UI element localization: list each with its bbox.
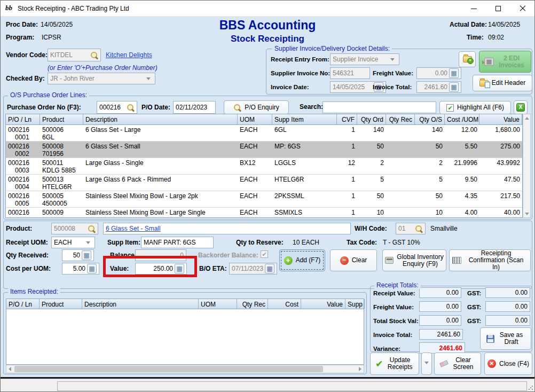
- attach-document-button[interactable]: [459, 51, 476, 67]
- qty-received-label: Qty Received:: [6, 252, 49, 259]
- freight-total-label: Freight Value:: [373, 303, 414, 311]
- po-line-row-selected[interactable]: 0002160002 500008701956 6 Glass Set - Sm…: [6, 142, 522, 158]
- close-button[interactable]: Close (F4): [484, 352, 532, 375]
- qty-received-field[interactable]: 50: [62, 249, 94, 261]
- po-line-row[interactable]: 0002160004 500013HTELG6R Large Glass 6 P…: [6, 175, 522, 191]
- export-excel-button[interactable]: [514, 100, 528, 114]
- po-line-row[interactable]: 0002160003 500011KDLG 5885 Large Glass -…: [6, 158, 522, 175]
- scroll-down-icon[interactable]: [523, 210, 530, 217]
- supplier-invoice-no-field: 546321: [330, 67, 370, 79]
- clear-button[interactable]: Clear: [330, 249, 377, 271]
- check-icon: [375, 359, 383, 369]
- invoice-total-sum-field: 2461.60: [419, 329, 463, 340]
- col-qty-rec[interactable]: Qty Rec: [237, 299, 268, 309]
- update-receipts-options-button[interactable]: [421, 352, 432, 375]
- po-line-row[interactable]: 000216 500009 Stainless Steel Mixing Bow…: [6, 208, 522, 218]
- product-name-link[interactable]: 6 Glass Set - Small: [106, 225, 161, 232]
- global-inventory-enquiry-button[interactable]: Global Inventory Enquiry (F9): [382, 249, 446, 271]
- search-icon: [88, 225, 96, 233]
- receipting-confirmation-button[interactable]: Receipting Confirmation (Scan In): [449, 249, 531, 271]
- program-label: Program:: [6, 34, 34, 41]
- cost-per-uom-field[interactable]: 5.00: [62, 263, 99, 275]
- col-po-ln[interactable]: P/O / Ln: [6, 114, 40, 124]
- edi-invoices-button[interactable]: 2 EDI Invoices: [479, 51, 531, 73]
- col-value[interactable]: Value: [301, 299, 345, 309]
- po-line-row[interactable]: 0002160005 5000054500005 Stainless Steel…: [6, 191, 522, 208]
- col-description[interactable]: Description: [83, 114, 238, 124]
- value-field[interactable]: 250.00: [135, 263, 187, 275]
- col-product[interactable]: Product: [40, 114, 83, 124]
- po-table-header: P/O / Ln Product Description UOM Supp It…: [5, 114, 523, 125]
- app-window: bb Stock Receipting - ABC Trading Pty Lt…: [0, 0, 535, 392]
- status-panel: [57, 381, 527, 391]
- search-input[interactable]: [322, 101, 436, 113]
- calculator-icon[interactable]: [175, 264, 184, 273]
- po-table-scrollbar[interactable]: [523, 114, 531, 218]
- po-table-body: 0002160001 5000066GL 6 Glass Set - Large…: [5, 125, 523, 218]
- receipt-value-label: Receipt Value:: [373, 289, 415, 297]
- po-date-field[interactable]: 02/11/2023: [173, 101, 216, 114]
- gst-label: GST:: [467, 289, 481, 297]
- actual-date-value: 14/05/2025: [488, 21, 520, 28]
- col-product[interactable]: Product: [40, 299, 82, 309]
- col-description[interactable]: Description: [82, 299, 199, 309]
- variance-field: 2461.60: [419, 342, 465, 354]
- edit-header-button[interactable]: Edit Header: [473, 75, 532, 91]
- save-as-draft-button[interactable]: Save as Draft: [480, 327, 531, 350]
- search-icon: [233, 104, 241, 112]
- col-qty-os[interactable]: Qty O/S: [415, 114, 445, 124]
- gst-label: GST:: [467, 303, 481, 311]
- col-supp-item[interactable]: Supp Item: [272, 114, 337, 124]
- scroll-left-icon[interactable]: [6, 365, 13, 373]
- resize-grip-icon[interactable]: [528, 385, 533, 390]
- window-title: Stock Receipting - ABC Trading Pty Ltd: [18, 5, 129, 12]
- col-supp-item[interactable]: Supp It: [345, 299, 365, 309]
- col-cost-uom[interactable]: Cost /UOM: [445, 114, 479, 124]
- highlight-all-button[interactable]: Highlight All (F6): [439, 101, 511, 114]
- update-receipts-button[interactable]: Update Receipts: [370, 352, 419, 375]
- col-cost[interactable]: Cost: [268, 299, 301, 309]
- po-enquiry-button[interactable]: P/O Enquiry: [224, 100, 289, 114]
- maximize-button[interactable]: [486, 1, 510, 17]
- col-cvf[interactable]: CVF: [337, 114, 357, 124]
- scrollbar-thumb[interactable]: [14, 366, 323, 372]
- search-icon[interactable]: [127, 104, 135, 112]
- edi-import-icon: [484, 58, 494, 66]
- bo-eta-label: B/O ETA:: [199, 265, 227, 272]
- total-stock-val-field: 0.00: [419, 315, 461, 326]
- items-receipted-title: Items Receipted:: [8, 288, 60, 295]
- receipt-uom-dropdown[interactable]: EACH: [51, 237, 95, 248]
- vendor-code-field: KITDEL: [48, 49, 101, 61]
- freight-gst-field: 0.00: [485, 301, 530, 312]
- close-window-button[interactable]: [510, 1, 535, 17]
- chevron-down-icon: [424, 362, 429, 366]
- scroll-right-icon[interactable]: [357, 365, 364, 373]
- stock-gst-field: 0.00: [485, 315, 530, 326]
- scroll-up-icon[interactable]: [523, 114, 530, 122]
- supp-item-label: Supp Item:: [107, 239, 140, 246]
- items-table-hscrollbar[interactable]: [6, 365, 364, 373]
- po-no-field[interactable]: 000216: [97, 101, 137, 114]
- col-po-ln[interactable]: P/O / Ln: [6, 299, 40, 309]
- add-button[interactable]: Add (F7): [279, 249, 325, 271]
- qty-to-reserve-label: Qty to Reserve:: [236, 239, 284, 246]
- vendor-name-link[interactable]: Kitchen Delights: [106, 51, 152, 59]
- clear-screen-button[interactable]: Clear Screen: [434, 352, 481, 375]
- col-qty-ord[interactable]: Qty Ord: [357, 114, 386, 124]
- po-no-label: Purchase Order No (F3):: [7, 104, 81, 111]
- supp-item-field[interactable]: MANF PART: 6GS: [141, 237, 214, 248]
- search-label: Search:: [300, 103, 323, 111]
- calculator-icon[interactable]: [82, 250, 91, 260]
- po-line-row[interactable]: 0002160001 5000066GL 6 Glass Set - Large…: [6, 125, 522, 142]
- col-uom[interactable]: UOM: [199, 299, 237, 309]
- col-value[interactable]: Value: [479, 114, 522, 124]
- qty-to-reserve-value: 10 EACH: [293, 239, 319, 246]
- minimize-icon: [471, 9, 477, 9]
- minimize-button[interactable]: [461, 1, 486, 17]
- close-circle-icon: [487, 359, 496, 368]
- value-label: Value:: [110, 265, 129, 272]
- col-uom[interactable]: UOM: [238, 114, 272, 124]
- col-qty-rec[interactable]: Qty Rec: [386, 114, 415, 124]
- calculator-icon[interactable]: [87, 264, 97, 273]
- status-bar: [1, 379, 535, 392]
